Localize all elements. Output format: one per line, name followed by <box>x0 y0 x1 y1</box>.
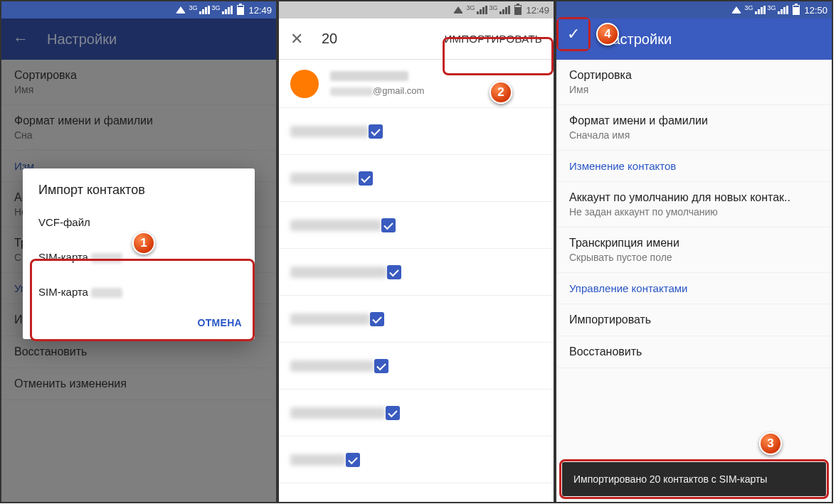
callout-num-4: 4 <box>596 23 619 45</box>
contact-list: @gmail.com <box>279 60 554 502</box>
wifi-icon <box>731 6 741 14</box>
settings-item[interactable]: Восстановить <box>556 336 832 368</box>
clock: 12:49 <box>248 5 272 16</box>
contact-name-blur <box>290 313 370 325</box>
checkbox-icon[interactable] <box>387 265 401 279</box>
checkbox-icon[interactable] <box>381 218 396 232</box>
signal-icon-2 <box>222 6 233 14</box>
phone-left: 3G 3G 12:49 ← Настройки СортировкаИмяФор… <box>0 0 277 503</box>
item-title: Формат имени и фамилии <box>569 114 819 127</box>
checkbox-icon[interactable] <box>359 171 373 186</box>
net-label-2: 3G <box>489 4 497 11</box>
contact-row[interactable] <box>279 343 554 390</box>
check-icon: ✓ <box>559 19 588 49</box>
checkbox-icon[interactable] <box>370 312 384 326</box>
phone-right: 3G 3G 12:50 ← Настройки СортировкаИмяФор… <box>555 0 833 503</box>
dialog-option-sim1[interactable]: SIM-карта <box>23 240 255 274</box>
section-header: Управление контактами <box>556 273 832 304</box>
settings-item[interactable]: Аккаунт по умолчанию для новых контак..Н… <box>556 182 832 227</box>
battery-icon <box>514 5 522 15</box>
settings-item[interactable]: Импортировать <box>556 304 832 336</box>
import-dialog: Импорт контактов VCF-файл SIM-карта SIM-… <box>23 168 255 339</box>
dialog-actions: ОТМЕНА <box>23 309 255 333</box>
signal-icon <box>755 6 766 14</box>
contact-row[interactable] <box>279 108 554 155</box>
callout-box-4: ✓ <box>556 17 591 51</box>
settings-item[interactable]: Формат имени и фамилииСначала имя <box>556 105 832 151</box>
item-title: Аккаунт по умолчанию для новых контак.. <box>569 191 819 204</box>
checkbox-icon[interactable] <box>374 359 388 373</box>
item-subtitle: Не задан аккаунт по умолчанию <box>569 206 819 218</box>
account-row[interactable]: @gmail.com <box>279 60 554 108</box>
item-title: Импортировать <box>569 313 819 326</box>
net-label-2: 3G <box>767 4 776 11</box>
contact-name-blur <box>290 220 381 231</box>
clock: 12:49 <box>526 5 549 16</box>
item-title: Управление контактами <box>569 282 819 294</box>
contact-name-blur <box>290 267 387 278</box>
settings-list: СортировкаИмяФормат имени и фамилииСнача… <box>556 60 832 502</box>
item-title: Транскрипция имени <box>569 237 819 250</box>
section-header: Изменение контактов <box>556 151 832 182</box>
contact-row[interactable] <box>279 436 554 483</box>
checkbox-icon[interactable] <box>369 124 383 139</box>
wifi-icon <box>453 6 463 14</box>
contact-row[interactable] <box>279 155 554 202</box>
item-title: Восстановить <box>569 345 819 358</box>
dialog-option-vcf[interactable]: VCF-файл <box>23 205 255 240</box>
item-title: Изменение контактов <box>569 160 819 172</box>
contact-name-blur <box>290 173 359 184</box>
selection-count: 20 <box>322 31 425 47</box>
wifi-icon <box>176 6 186 14</box>
item-title: Сортировка <box>569 69 819 82</box>
contact-name-blur <box>290 126 369 137</box>
signal-icon <box>477 6 487 14</box>
battery-icon <box>793 5 800 15</box>
contact-name-blur <box>290 454 346 466</box>
contact-name-blur <box>290 360 374 372</box>
net-label: 3G <box>189 4 197 11</box>
selection-bar: ✕ 20 ИМПОРТИРОВАТЬ <box>279 18 554 60</box>
cancel-button[interactable]: ОТМЕНА <box>198 317 242 328</box>
signal-icon-2 <box>778 6 788 14</box>
import-button[interactable]: ИМПОРТИРОВАТЬ <box>444 33 542 45</box>
contact-row[interactable] <box>279 249 554 296</box>
toast: Импортировано 20 контактов с SIM-карты <box>562 462 826 496</box>
avatar <box>290 70 319 98</box>
status-bar: 3G 3G 12:50 <box>556 1 832 18</box>
top-check-wrap: ✓ 4 <box>556 17 619 51</box>
status-bar: 3G 3G 12:49 <box>279 1 554 18</box>
checkbox-icon[interactable] <box>346 453 360 467</box>
close-icon[interactable]: ✕ <box>290 30 303 48</box>
battery-icon <box>237 5 244 15</box>
item-subtitle: Скрывать пустое поле <box>569 252 819 263</box>
clock: 12:50 <box>804 5 827 16</box>
contact-row[interactable] <box>279 202 554 249</box>
account-info: @gmail.com <box>330 71 542 96</box>
account-email: @gmail.com <box>330 85 542 96</box>
phone-middle: 3G 3G 12:49 ✕ 20 ИМПОРТИРОВАТЬ @gmail.co… <box>277 0 555 503</box>
net-label: 3G <box>466 4 475 11</box>
stage: 3G 3G 12:49 ← Настройки СортировкаИмяФор… <box>0 0 836 504</box>
signal-icon-2 <box>499 6 510 14</box>
contact-name-blur <box>290 407 386 419</box>
contact-row[interactable] <box>279 296 554 343</box>
net-label-2: 3G <box>211 4 220 11</box>
dialog-title: Импорт контактов <box>23 183 255 205</box>
settings-item[interactable]: СортировкаИмя <box>556 60 832 105</box>
item-subtitle: Сначала имя <box>569 129 819 141</box>
item-subtitle: Имя <box>569 84 819 95</box>
account-name-blur <box>330 71 408 81</box>
status-bar: 3G 3G 12:49 <box>1 1 276 18</box>
dialog-option-sim2[interactable]: SIM-карта <box>23 274 255 309</box>
net-label: 3G <box>744 4 753 11</box>
signal-icon <box>199 6 210 14</box>
contact-row[interactable] <box>279 390 554 436</box>
checkbox-icon[interactable] <box>386 406 400 420</box>
settings-item[interactable]: Транскрипция имениСкрывать пустое поле <box>556 227 832 273</box>
